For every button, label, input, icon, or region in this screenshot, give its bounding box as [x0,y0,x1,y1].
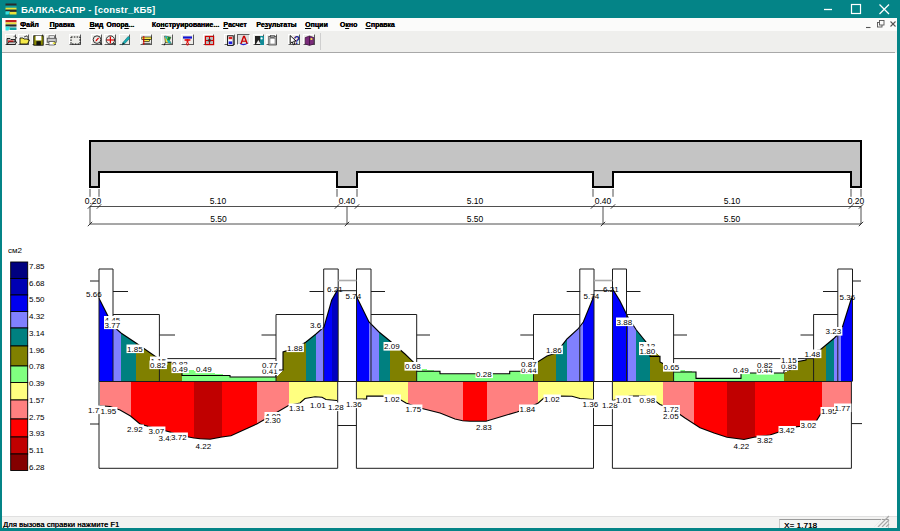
svg-text:5.74: 5.74 [346,292,362,301]
svg-text:5.36: 5.36 [840,293,856,302]
svg-text:0.68: 0.68 [405,362,421,371]
svg-text:5.50: 5.50 [724,214,741,224]
svg-text:1.57: 1.57 [29,396,45,405]
svg-text:0.49: 0.49 [172,365,188,374]
svg-text:1.36: 1.36 [346,400,362,409]
svg-text:1.84: 1.84 [520,405,536,414]
svg-text:0.49: 0.49 [196,365,212,374]
svg-text:1.80: 1.80 [640,347,656,356]
svg-text:3.42: 3.42 [779,426,795,435]
svg-text:2.09: 2.09 [384,342,400,351]
svg-text:1.72: 1.72 [663,405,679,414]
svg-text:см2: см2 [8,246,23,255]
svg-text:0.82: 0.82 [757,361,773,370]
svg-text:3.82: 3.82 [757,436,773,445]
svg-text:3.72: 3.72 [171,433,187,442]
svg-text:5.50: 5.50 [210,214,227,224]
svg-text:2.75: 2.75 [29,413,45,422]
svg-text:5.50: 5.50 [29,295,45,304]
svg-text:5.10: 5.10 [210,196,227,206]
svg-text:0.98: 0.98 [640,396,656,405]
svg-text:6.21: 6.21 [327,285,343,294]
svg-text:0.40: 0.40 [595,196,612,206]
svg-text:0.49: 0.49 [733,366,749,375]
svg-text:5.11: 5.11 [29,446,45,455]
svg-text:1.28: 1.28 [328,403,344,412]
svg-text:3.14: 3.14 [29,329,45,338]
svg-text:5.74: 5.74 [584,292,600,301]
svg-text:2.92: 2.92 [127,425,143,434]
svg-text:4.32: 4.32 [29,312,45,321]
svg-text:6.28: 6.28 [29,463,45,472]
svg-text:1.31: 1.31 [289,404,305,413]
svg-text:5.50: 5.50 [467,214,484,224]
svg-text:3.93: 3.93 [29,429,45,438]
svg-text:0.20: 0.20 [848,196,865,206]
svg-text:1.01: 1.01 [310,401,326,410]
svg-text:0.28: 0.28 [476,370,492,379]
svg-text:3.88: 3.88 [617,318,633,327]
svg-text:3.6: 3.6 [310,321,322,330]
svg-text:1.77: 1.77 [835,404,851,413]
svg-text:1.36: 1.36 [583,400,599,409]
svg-text:0.40: 0.40 [339,196,356,206]
svg-text:0.77: 0.77 [262,361,278,370]
svg-text:5.66: 5.66 [86,290,102,299]
svg-text:5.10: 5.10 [724,196,741,206]
svg-text:7.85: 7.85 [29,262,45,271]
svg-text:1.75: 1.75 [406,405,422,414]
svg-text:4.22: 4.22 [196,442,212,451]
svg-text:1.01: 1.01 [616,396,632,405]
svg-text:0.87: 0.87 [521,360,537,369]
svg-text:1.85: 1.85 [127,345,143,354]
svg-text:3.23: 3.23 [826,327,842,336]
svg-text:1.86: 1.86 [546,346,562,355]
svg-text:1.95: 1.95 [101,407,117,416]
svg-text:6.21: 6.21 [603,285,619,294]
svg-text:0.65: 0.65 [664,363,680,372]
svg-text:0.39: 0.39 [29,379,45,388]
svg-text:1.02: 1.02 [544,395,560,404]
svg-text:1.96: 1.96 [29,346,45,355]
svg-text:1.48: 1.48 [805,350,821,359]
svg-text:0.20: 0.20 [85,196,102,206]
svg-text:0.78: 0.78 [29,362,45,371]
svg-text:1.02: 1.02 [384,395,400,404]
svg-text:5.10: 5.10 [467,196,484,206]
svg-text:2.30: 2.30 [265,416,281,425]
svg-text:6.68: 6.68 [29,279,45,288]
svg-text:2.83: 2.83 [476,423,492,432]
svg-text:1.15: 1.15 [781,356,797,365]
svg-text:4.22: 4.22 [734,442,750,451]
svg-text:1.88: 1.88 [287,344,303,353]
svg-text:3.77: 3.77 [105,321,121,330]
svg-text:3.02: 3.02 [801,421,817,430]
svg-text:0.82: 0.82 [150,361,166,370]
